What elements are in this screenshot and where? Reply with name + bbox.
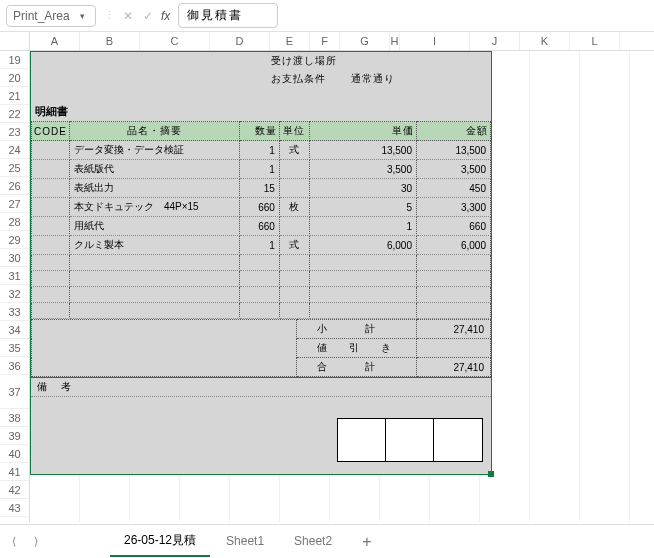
cell-amt[interactable]: 3,500 bbox=[417, 160, 491, 179]
table-row[interactable]: 表紙版代13,5003,500 bbox=[32, 160, 491, 179]
column-header[interactable]: C bbox=[140, 32, 210, 50]
row-header[interactable]: 23 bbox=[0, 123, 29, 141]
row-header[interactable]: 33 bbox=[0, 303, 29, 321]
column-header[interactable]: B bbox=[80, 32, 140, 50]
chevron-down-icon[interactable]: ▾ bbox=[80, 11, 85, 21]
cell-qty[interactable]: 660 bbox=[239, 217, 279, 236]
column-header[interactable]: F bbox=[310, 32, 340, 50]
tab-nav-next[interactable]: ⟩ bbox=[26, 532, 46, 552]
cell-qty[interactable] bbox=[239, 287, 279, 303]
sheet-tab[interactable]: Sheet1 bbox=[212, 528, 278, 556]
fx-icon[interactable]: fx bbox=[161, 9, 170, 23]
cell-qty[interactable]: 1 bbox=[239, 236, 279, 255]
cell-qty[interactable]: 15 bbox=[239, 179, 279, 198]
table-row[interactable]: 本文ドキュテック 44P×15660枚53,300 bbox=[32, 198, 491, 217]
cell-unit[interactable]: 式 bbox=[279, 236, 309, 255]
cell-desc[interactable]: クルミ製本 bbox=[69, 236, 239, 255]
cell-price[interactable]: 30 bbox=[309, 179, 416, 198]
cancel-icon[interactable]: ✕ bbox=[121, 9, 135, 23]
cell-qty[interactable]: 660 bbox=[239, 198, 279, 217]
cells-area[interactable]: 受け渡し場所 お支払条件 通常通り 明細書 CODE bbox=[30, 51, 654, 522]
cell-code[interactable] bbox=[32, 217, 70, 236]
sheet-tab[interactable]: Sheet2 bbox=[280, 528, 346, 556]
cell-amt[interactable] bbox=[417, 303, 491, 319]
cell-code[interactable] bbox=[32, 303, 70, 319]
row-header[interactable]: 38 bbox=[0, 409, 29, 427]
cell-price[interactable] bbox=[309, 287, 416, 303]
row-header[interactable]: 36 bbox=[0, 357, 29, 375]
cell-amt[interactable]: 660 bbox=[417, 217, 491, 236]
cell-code[interactable] bbox=[32, 141, 70, 160]
cell-qty[interactable] bbox=[239, 255, 279, 271]
cell-desc[interactable] bbox=[69, 255, 239, 271]
column-header[interactable]: E bbox=[270, 32, 310, 50]
row-header[interactable]: 22 bbox=[0, 105, 29, 123]
cell-price[interactable]: 5 bbox=[309, 198, 416, 217]
cell-price[interactable] bbox=[309, 303, 416, 319]
cell-code[interactable] bbox=[32, 287, 70, 303]
cell-unit[interactable] bbox=[279, 303, 309, 319]
tab-nav-prev[interactable]: ⟨ bbox=[4, 532, 24, 552]
row-header[interactable]: 32 bbox=[0, 285, 29, 303]
row-header[interactable]: 42 bbox=[0, 481, 29, 499]
cell-unit[interactable] bbox=[279, 255, 309, 271]
column-header[interactable]: I bbox=[400, 32, 470, 50]
cell-desc[interactable] bbox=[69, 303, 239, 319]
add-sheet-button[interactable]: + bbox=[348, 533, 385, 551]
cell-qty[interactable] bbox=[239, 271, 279, 287]
cell-unit[interactable] bbox=[279, 160, 309, 179]
table-row[interactable] bbox=[32, 271, 491, 287]
column-header[interactable]: D bbox=[210, 32, 270, 50]
row-header[interactable]: 26 bbox=[0, 177, 29, 195]
cell-desc[interactable]: 表紙出力 bbox=[69, 179, 239, 198]
cell-code[interactable] bbox=[32, 160, 70, 179]
cell-desc[interactable] bbox=[69, 271, 239, 287]
table-row[interactable]: 用紙代6601660 bbox=[32, 217, 491, 236]
cell-price[interactable]: 13,500 bbox=[309, 141, 416, 160]
formula-input[interactable]: 御見積書 bbox=[178, 3, 278, 28]
cell-unit[interactable] bbox=[279, 179, 309, 198]
cell-price[interactable]: 3,500 bbox=[309, 160, 416, 179]
cell-code[interactable] bbox=[32, 271, 70, 287]
row-header[interactable]: 35 bbox=[0, 339, 29, 357]
row-header[interactable]: 30 bbox=[0, 249, 29, 267]
table-row[interactable] bbox=[32, 255, 491, 271]
cell-amt[interactable] bbox=[417, 255, 491, 271]
cell-amt[interactable]: 13,500 bbox=[417, 141, 491, 160]
table-row[interactable]: データ変換・データ検証1式13,50013,500 bbox=[32, 141, 491, 160]
row-header[interactable]: 20 bbox=[0, 69, 29, 87]
cell-amt[interactable]: 3,300 bbox=[417, 198, 491, 217]
cell-price[interactable] bbox=[309, 255, 416, 271]
cell-desc[interactable]: データ変換・データ検証 bbox=[69, 141, 239, 160]
cell-price[interactable] bbox=[309, 271, 416, 287]
cell-amt[interactable]: 6,000 bbox=[417, 236, 491, 255]
cell-code[interactable] bbox=[32, 198, 70, 217]
cell-amt[interactable] bbox=[417, 271, 491, 287]
column-header[interactable]: K bbox=[520, 32, 570, 50]
cell-code[interactable] bbox=[32, 179, 70, 198]
column-header[interactable]: J bbox=[470, 32, 520, 50]
cell-desc[interactable]: 表紙版代 bbox=[69, 160, 239, 179]
accept-icon[interactable]: ✓ bbox=[141, 9, 155, 23]
cell-unit[interactable] bbox=[279, 271, 309, 287]
select-all-corner[interactable] bbox=[0, 32, 30, 50]
cell-amt[interactable] bbox=[417, 287, 491, 303]
row-header[interactable]: 41 bbox=[0, 463, 29, 481]
cell-qty[interactable] bbox=[239, 303, 279, 319]
cell-desc[interactable]: 本文ドキュテック 44P×15 bbox=[69, 198, 239, 217]
row-header[interactable]: 25 bbox=[0, 159, 29, 177]
column-header[interactable]: A bbox=[30, 32, 80, 50]
row-header[interactable]: 44 bbox=[0, 517, 29, 522]
row-header[interactable]: 34 bbox=[0, 321, 29, 339]
row-header[interactable]: 40 bbox=[0, 445, 29, 463]
row-header[interactable]: 37 bbox=[0, 375, 29, 409]
cell-amt[interactable]: 450 bbox=[417, 179, 491, 198]
row-header[interactable]: 28 bbox=[0, 213, 29, 231]
row-header[interactable]: 43 bbox=[0, 499, 29, 517]
cell-unit[interactable] bbox=[279, 217, 309, 236]
cell-desc[interactable]: 用紙代 bbox=[69, 217, 239, 236]
row-header[interactable]: 39 bbox=[0, 427, 29, 445]
row-header[interactable]: 27 bbox=[0, 195, 29, 213]
column-header[interactable]: G bbox=[340, 32, 390, 50]
table-row[interactable] bbox=[32, 287, 491, 303]
